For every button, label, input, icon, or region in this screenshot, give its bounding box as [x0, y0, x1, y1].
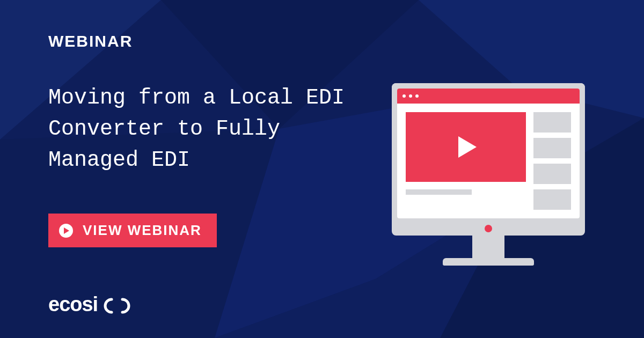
- sidebar-thumb: [533, 189, 571, 210]
- sidebar-thumb: [533, 164, 571, 184]
- webcam-dot-icon: [485, 225, 492, 232]
- sidebar-thumb: [533, 112, 571, 133]
- svg-text:ecosi: ecosi: [48, 293, 98, 315]
- play-icon: [458, 136, 477, 158]
- video-sidebar: [533, 112, 571, 210]
- text-placeholder-bar: [406, 189, 472, 195]
- view-webinar-button[interactable]: VIEW WEBINAR: [48, 214, 217, 247]
- window-dot-icon: [402, 94, 406, 98]
- sidebar-thumb: [533, 138, 571, 158]
- eyebrow-label: WEBINAR: [48, 32, 376, 50]
- monitor-neck: [472, 236, 504, 258]
- browser-titlebar: [397, 89, 580, 104]
- headline: Moving from a Local EDI Converter to Ful…: [48, 83, 376, 176]
- window-dot-icon: [409, 94, 412, 98]
- monitor-base: [443, 258, 534, 266]
- video-player: [406, 112, 526, 182]
- ecosio-logo: ecosi: [48, 293, 376, 317]
- play-icon: [59, 224, 73, 238]
- browser-window: [397, 89, 580, 218]
- cta-label: VIEW WEBINAR: [83, 222, 202, 239]
- monitor-illustration: [392, 83, 585, 266]
- window-dot-icon: [415, 94, 419, 98]
